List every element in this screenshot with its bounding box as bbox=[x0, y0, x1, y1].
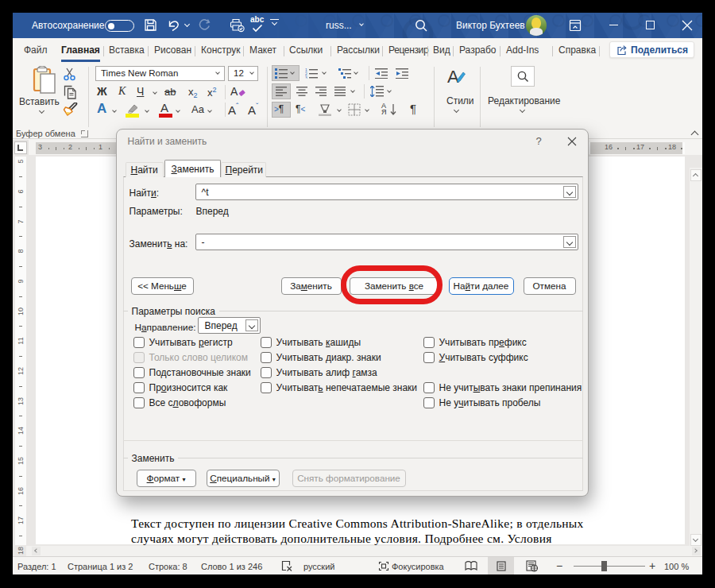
svg-text:А: А bbox=[447, 67, 459, 86]
svg-text:3: 3 bbox=[305, 75, 307, 79]
